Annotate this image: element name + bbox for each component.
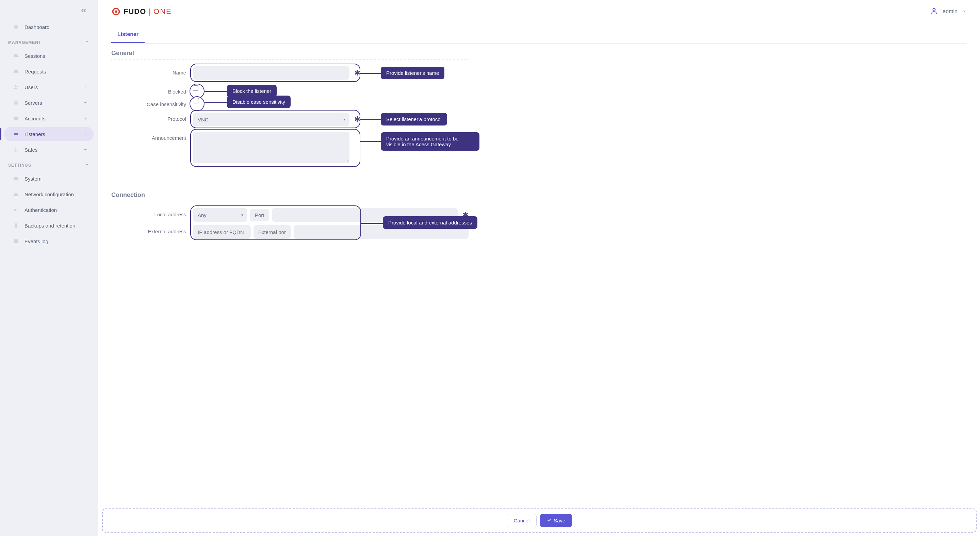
sidebar-label: Requests	[24, 69, 46, 75]
events-log-icon	[11, 238, 21, 244]
svg-point-14	[14, 209, 16, 211]
user-menu[interactable]: admin	[930, 7, 966, 16]
sidebar-item-requests[interactable]: Requests	[4, 64, 94, 79]
footer-actions: Cancel Save	[102, 509, 977, 533]
svg-rect-4	[15, 70, 17, 71]
sessions-icon	[11, 53, 21, 59]
svg-rect-19	[17, 239, 18, 240]
required-icon: ✱	[354, 69, 360, 78]
sidebar-item-sessions[interactable]: Sessions	[4, 49, 94, 63]
sidebar-label: Sessions	[24, 53, 45, 59]
sidebar-item-users[interactable]: Users +	[4, 80, 94, 94]
sidebar-item-dashboard[interactable]: Dashboard	[4, 20, 94, 34]
sidebar-label: Events log	[24, 238, 48, 244]
sidebar-item-network[interactable]: Network configuration	[4, 187, 94, 201]
authentication-icon	[11, 207, 21, 213]
local-address-label: Local address	[111, 208, 193, 217]
brand-secondary: ONE	[153, 7, 172, 16]
external-spacer	[294, 225, 469, 239]
svg-point-11	[16, 134, 17, 135]
brand-primary: FUDO	[124, 7, 146, 16]
sidebar-label: Authentication	[24, 207, 57, 213]
chevron-up-icon	[85, 162, 89, 168]
sidebar-item-accounts[interactable]: Accounts +	[4, 111, 94, 125]
external-ip-input[interactable]	[193, 225, 251, 239]
case-label: Case insensitivity	[111, 98, 193, 107]
sidebar-label-dashboard: Dashboard	[24, 24, 49, 30]
sidebar-label: Servers	[24, 100, 42, 106]
port-input[interactable]	[272, 208, 458, 222]
svg-rect-18	[14, 239, 15, 240]
add-account-icon[interactable]: +	[84, 115, 87, 121]
svg-point-10	[16, 117, 17, 118]
required-icon: ✱	[463, 211, 469, 219]
tab-listener[interactable]: Listener	[111, 27, 145, 43]
svg-point-12	[14, 148, 16, 150]
blocked-checkbox[interactable]	[193, 86, 198, 91]
main-panel: FUDO | ONE admin Listener General Name ✱	[98, 0, 980, 536]
divider	[111, 59, 469, 60]
save-button[interactable]: Save	[540, 514, 572, 527]
name-input[interactable]	[193, 66, 350, 80]
backups-icon	[11, 222, 21, 228]
sidebar-label: Accounts	[24, 116, 46, 121]
required-icon: ✱	[354, 115, 360, 124]
add-safe-icon[interactable]: +	[84, 147, 87, 153]
system-icon	[11, 176, 21, 182]
divider	[111, 201, 469, 201]
announcement-label: Announcement	[111, 132, 193, 141]
add-server-icon[interactable]: +	[84, 100, 87, 106]
svg-point-6	[16, 86, 18, 87]
svg-point-20	[115, 11, 118, 13]
cancel-button[interactable]: Cancel	[507, 514, 537, 527]
add-user-icon[interactable]: +	[84, 84, 87, 90]
sidebar-item-authentication[interactable]: Authentication	[4, 203, 94, 217]
sidebar: Dashboard MANAGEMENT Sessions Requests U…	[0, 0, 98, 536]
sidebar-item-backups[interactable]: Backups and retention	[4, 218, 94, 233]
sidebar-label: System	[24, 176, 41, 182]
protocol-label: Protocol	[111, 113, 193, 122]
accounts-icon	[11, 115, 21, 121]
announcement-textarea[interactable]	[193, 132, 350, 163]
dashboard-icon	[11, 24, 21, 30]
check-icon	[547, 518, 552, 523]
case-checkbox[interactable]	[193, 98, 198, 103]
safes-icon	[11, 147, 21, 153]
external-port-input[interactable]	[253, 225, 291, 239]
sidebar-label: Backups and retention	[24, 223, 75, 228]
section-connection-title: Connection	[111, 192, 469, 198]
local-address-select[interactable]: Any	[193, 208, 247, 222]
svg-rect-3	[14, 70, 18, 73]
sidebar-item-system[interactable]: System	[4, 171, 94, 186]
port-label: Port	[250, 209, 269, 221]
listeners-icon	[11, 131, 21, 137]
requests-icon	[11, 68, 21, 75]
protocol-select[interactable]: VNC	[193, 113, 350, 126]
svg-point-2	[17, 56, 19, 57]
sidebar-item-servers[interactable]: Servers +	[4, 95, 94, 110]
sidebar-label: Safes	[24, 147, 37, 153]
svg-rect-16	[14, 224, 18, 228]
sidebar-item-events-log[interactable]: Events log	[4, 234, 94, 248]
svg-point-21	[933, 8, 935, 11]
external-address-label: External address	[111, 225, 193, 234]
brand-logo: FUDO | ONE	[111, 7, 172, 16]
add-listener-icon[interactable]: +	[84, 131, 87, 137]
sidebar-section-management[interactable]: MANAGEMENT	[0, 35, 98, 48]
svg-rect-13	[14, 195, 18, 196]
servers-icon	[11, 100, 21, 106]
network-icon	[11, 191, 21, 197]
svg-rect-15	[16, 209, 18, 210]
users-icon	[11, 84, 21, 90]
chevron-down-icon	[962, 8, 966, 14]
sidebar-label: Network configuration	[24, 192, 74, 197]
name-label: Name	[111, 66, 193, 76]
sidebar-label: Listeners	[24, 131, 45, 137]
tabs: Listener	[111, 27, 966, 44]
topbar: FUDO | ONE admin	[98, 0, 980, 20]
collapse-sidebar-icon[interactable]	[80, 7, 88, 16]
sidebar-item-listeners[interactable]: Listeners +	[4, 127, 94, 141]
sidebar-section-settings[interactable]: SETTINGS	[0, 157, 98, 171]
sidebar-label: Users	[24, 84, 38, 90]
sidebar-item-safes[interactable]: Safes +	[4, 143, 94, 157]
